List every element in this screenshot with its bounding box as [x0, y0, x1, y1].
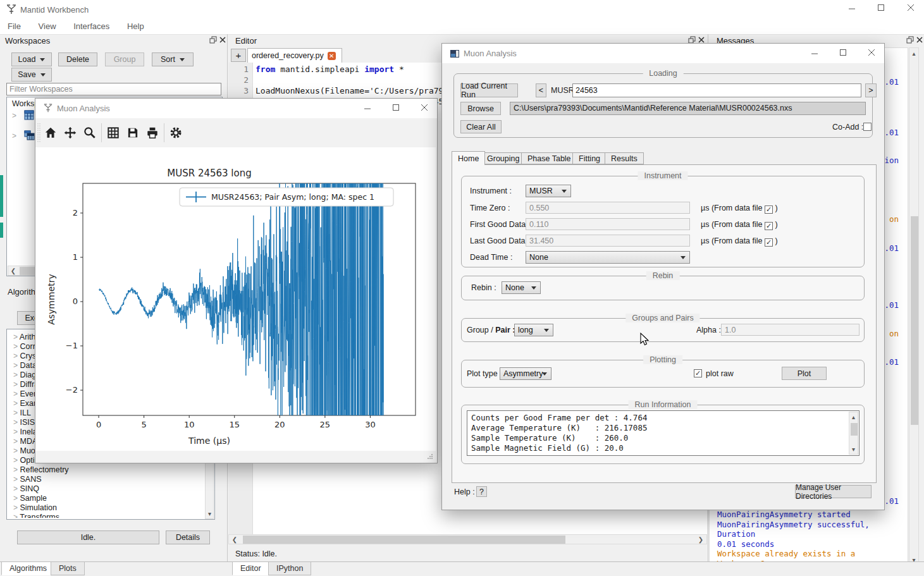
dialog-minimize-button[interactable] [805, 49, 824, 60]
browse-button[interactable]: Browse [460, 102, 501, 115]
expand-chevron-icon[interactable]: > [13, 465, 18, 474]
algorithm-category-item[interactable]: > ILL [13, 408, 31, 418]
filter-workspaces-input[interactable] [6, 83, 221, 95]
expand-chevron-icon[interactable]: > [13, 418, 18, 427]
previous-run-button[interactable]: < [536, 83, 546, 97]
tab-phase-table[interactable]: Phase Table [521, 152, 577, 164]
subplot-grid-icon[interactable] [106, 126, 120, 140]
instrument-combo[interactable]: MUSR [526, 185, 571, 197]
expand-chevron-icon[interactable]: > [13, 380, 18, 389]
menu-file[interactable]: File [0, 19, 28, 34]
expand-chevron-icon[interactable]: > [13, 399, 18, 408]
menu-view[interactable]: View [31, 19, 64, 34]
plot-window-title-bar[interactable]: Muon Analysis [35, 99, 437, 118]
expand-chevron-icon[interactable]: > [13, 361, 18, 370]
alpha-field[interactable]: 1.0 [721, 324, 859, 336]
dialog-title-bar[interactable]: Muon Analysis [442, 44, 884, 63]
delete-workspace-button[interactable]: Delete [58, 52, 97, 66]
clear-all-button[interactable]: Clear All [460, 120, 502, 133]
save-workspace-button[interactable]: Save [11, 68, 52, 82]
print-icon[interactable] [145, 126, 159, 140]
resize-grip-icon[interactable] [427, 453, 433, 460]
tab-grouping[interactable]: Grouping [481, 152, 526, 164]
expand-chevron-icon[interactable]: > [13, 371, 18, 379]
customize-gear-icon[interactable] [169, 126, 183, 140]
zoom-icon[interactable] [83, 126, 97, 140]
messages-v-scrollbar[interactable]: ▴ ▾ [909, 47, 919, 566]
plot-raw-checkbox[interactable]: ✓ [694, 369, 702, 377]
pan-icon[interactable] [63, 126, 77, 140]
expand-chevron-icon[interactable]: > [13, 437, 18, 446]
dead-time-combo[interactable]: None [526, 251, 690, 264]
menu-help[interactable]: Help [120, 19, 152, 34]
dialog-maximize-button[interactable] [834, 49, 853, 60]
expand-chevron-icon[interactable]: > [13, 494, 18, 503]
algorithm-category-item[interactable]: > ISIS [13, 418, 35, 427]
tab-results[interactable]: Results [605, 152, 644, 164]
last-good-data-field[interactable]: 31.450 [526, 235, 690, 247]
expand-chevron-icon[interactable]: > [13, 408, 18, 417]
group-pair-combo[interactable]: long [514, 324, 553, 336]
run-info-v-scrollbar[interactable]: ▴ ▾ [849, 412, 858, 455]
tab-fitting[interactable]: Fitting [572, 152, 607, 164]
run-number-input[interactable] [572, 83, 861, 97]
editor-tab[interactable]: ordered_recovery.py ✕ [247, 48, 342, 63]
algorithm-category-item[interactable]: > Sample [13, 494, 47, 503]
first-good-data-field[interactable]: 0.110 [526, 218, 690, 230]
algorithm-category-item[interactable]: > SINQ [13, 484, 39, 494]
next-run-button[interactable]: > [865, 83, 877, 97]
algorithm-category-item[interactable]: > Simulation [13, 503, 57, 513]
tab-plots[interactable]: Plots [51, 561, 85, 575]
workspace-tree-item[interactable]: > [12, 110, 34, 120]
run-information-textarea[interactable]: Counts per Good Frame per det : 4.764Ave… [467, 410, 859, 456]
plot-button[interactable]: Plot [782, 367, 827, 380]
plot-type-combo[interactable]: Asymmetry [500, 367, 551, 380]
sort-workspace-button[interactable]: Sort [152, 52, 194, 66]
expand-chevron-icon[interactable]: > [13, 484, 18, 493]
workspace-tree-item[interactable]: > [12, 130, 35, 140]
tab-ipython[interactable]: IPython [268, 561, 311, 575]
float-panel-icon[interactable] [209, 36, 218, 44]
expand-chevron-icon[interactable]: > [13, 456, 18, 465]
plot-window[interactable]: Muon Analysis MUSR 24563 long05101520253… [35, 98, 438, 463]
help-button[interactable]: ? [476, 486, 487, 497]
window-minimize-button[interactable] [842, 4, 861, 15]
tab-algorithms[interactable]: Algorithms [1, 561, 55, 575]
load-workspace-button[interactable]: Load [11, 52, 52, 66]
algorithm-details-button[interactable]: Details [166, 530, 210, 544]
save-icon[interactable] [126, 126, 140, 140]
expand-chevron-icon[interactable]: > [12, 111, 16, 120]
window-close-button[interactable] [901, 4, 920, 15]
window-maximize-button[interactable] [872, 4, 890, 15]
expand-chevron-icon[interactable]: > [13, 475, 18, 484]
close-panel-icon[interactable] [916, 36, 924, 44]
load-current-run-button[interactable]: Load Current Run [460, 83, 518, 97]
algorithm-progress-button[interactable]: Idle. [17, 530, 159, 544]
tab-editor[interactable]: Editor [232, 561, 269, 575]
toolbar-drag-handle[interactable] [37, 122, 40, 144]
dialog-close-button[interactable] [862, 49, 881, 60]
float-panel-icon[interactable] [906, 36, 915, 44]
menu-interfaces[interactable]: Interfaces [66, 19, 117, 34]
plot-maximize-button[interactable] [386, 104, 405, 115]
expand-chevron-icon[interactable]: > [12, 132, 16, 140]
editor-h-scrollbar[interactable]: ❮ ❯ [228, 534, 707, 544]
plot-minimize-button[interactable] [358, 104, 377, 115]
close-tab-icon[interactable]: ✕ [328, 52, 336, 60]
expand-chevron-icon[interactable]: > [13, 342, 18, 351]
plot-close-button[interactable] [415, 104, 434, 115]
manage-user-directories-button[interactable]: Manage User Directories [795, 485, 872, 498]
algorithm-category-item[interactable]: > SANS [13, 475, 42, 484]
home-icon[interactable] [44, 126, 58, 140]
expand-chevron-icon[interactable]: > [13, 513, 18, 518]
figure-canvas[interactable]: MUSR 24563 long051015202530210−1−2Time (… [35, 147, 436, 451]
rebin-combo[interactable]: None [502, 281, 541, 294]
expand-chevron-icon[interactable]: > [13, 446, 18, 455]
expand-chevron-icon[interactable]: > [13, 503, 18, 512]
muon-analysis-dialog[interactable]: Muon Analysis Loading Load Current Run <… [441, 43, 885, 510]
new-script-tab-button[interactable]: + [231, 49, 246, 62]
co-add-checkbox[interactable] [863, 123, 872, 131]
expand-chevron-icon[interactable]: > [13, 333, 18, 341]
tab-home[interactable]: Home [452, 151, 485, 165]
close-panel-icon[interactable] [219, 36, 228, 44]
